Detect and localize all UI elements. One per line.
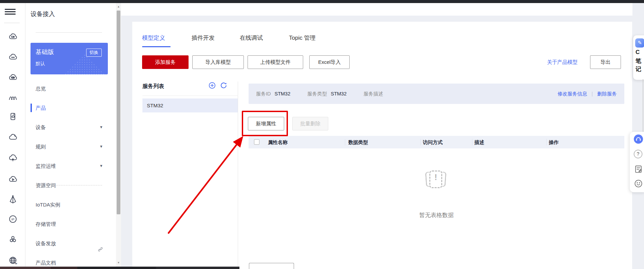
service-sidebar: 设备接入 基础版 切换 默认 总览 产品 设备▼ 规则▼ 监控运维▼ 资源空间 … bbox=[26, 3, 116, 269]
service-list-divider bbox=[142, 95, 238, 96]
tab-online-debugging[interactable]: 在线调试 bbox=[240, 34, 263, 42]
refresh-icon[interactable] bbox=[220, 82, 228, 89]
hex-cluster-icon[interactable] bbox=[8, 235, 18, 244]
edition-title: 基础版 bbox=[36, 48, 54, 56]
sidebar-item-storage[interactable]: 存储管理 bbox=[26, 214, 116, 234]
scrollbar-down-arrow[interactable]: ▼ bbox=[116, 261, 121, 264]
tab-model-definition[interactable]: 模型定义 bbox=[142, 34, 165, 42]
bottom-bar-segment bbox=[51, 267, 77, 269]
service-type-label: 服务类型 bbox=[307, 91, 327, 97]
edition-card[interactable]: 基础版 切换 默认 bbox=[31, 43, 108, 74]
excel-import-button[interactable]: Excel导入 bbox=[309, 55, 350, 69]
bottom-bar-segment bbox=[156, 267, 239, 269]
edition-card-pattern bbox=[64, 54, 105, 74]
sidebar-item-device-provisioning[interactable]: 设备发放 bbox=[26, 234, 116, 253]
active-tab-underline bbox=[142, 46, 171, 47]
ip-circle-icon[interactable]: IP bbox=[8, 214, 18, 224]
empty-table-text: 暂无表格数据 bbox=[386, 211, 487, 219]
column-property-name: 属性名称 bbox=[268, 139, 288, 146]
edition-subtitle: 默认 bbox=[36, 61, 45, 67]
batch-delete-button: 批量删除 bbox=[292, 117, 328, 130]
service-type-value: STM32 bbox=[331, 91, 347, 96]
sidebar-item-rules[interactable]: 规则▼ bbox=[26, 137, 116, 156]
console-header-strip bbox=[121, 3, 632, 16]
console-icon-rail: IP w bbox=[0, 3, 25, 269]
cloud-ellipsis-icon[interactable] bbox=[8, 52, 18, 61]
chevron-down-icon: ▼ bbox=[99, 137, 103, 156]
feedback-doc-icon[interactable] bbox=[634, 164, 643, 174]
prism-icon[interactable] bbox=[8, 195, 18, 204]
column-description: 描述 bbox=[474, 139, 484, 146]
service-id-value: STM32 bbox=[275, 91, 291, 96]
help-floating-widget: ? bbox=[630, 132, 644, 192]
page-scrollbar-sliver bbox=[643, 79, 643, 132]
add-service-button[interactable]: 添加服务 bbox=[142, 55, 189, 69]
cloud-deploy-icon[interactable] bbox=[8, 174, 18, 184]
scrollbar-up-arrow[interactable]: ▲ bbox=[116, 5, 121, 8]
sidebar-scrollbar[interactable]: ▲ ▼ bbox=[116, 3, 121, 269]
svg-text:IP: IP bbox=[12, 218, 15, 221]
product-detail-card: 模型定义 插件开发 在线调试 Topic 管理 添加服务 导入库模型 上传模型文… bbox=[132, 22, 632, 269]
sidebar-divider bbox=[36, 32, 102, 33]
service-id-label: 服务ID bbox=[256, 91, 271, 97]
chevron-down-icon: ▼ bbox=[99, 118, 103, 137]
about-product-model-link[interactable]: 关于产品模型 bbox=[547, 59, 578, 66]
column-access-mode: 访问方式 bbox=[423, 139, 443, 146]
bottom-bar-segment bbox=[77, 267, 156, 269]
bottom-bar-segment bbox=[0, 267, 51, 269]
import-library-model-button[interactable]: 导入库模型 bbox=[192, 55, 244, 69]
partial-cutoff-button[interactable] bbox=[249, 263, 294, 269]
add-property-button[interactable]: 新增属性 bbox=[248, 117, 284, 130]
properties-table-header: 属性名称 数据类型 访问方式 描述 操作 bbox=[249, 136, 624, 148]
link-divider: | bbox=[591, 91, 593, 96]
rail-divider bbox=[4, 23, 20, 23]
tab-plugin-development[interactable]: 插件开发 bbox=[192, 34, 215, 42]
sidebar-item-monitoring[interactable]: 监控运维▼ bbox=[26, 156, 116, 176]
waves-icon[interactable] bbox=[8, 92, 18, 102]
customer-service-icon[interactable] bbox=[634, 134, 643, 144]
menu-dashed-divider bbox=[36, 185, 102, 185]
chevron-down-icon: ▼ bbox=[99, 156, 103, 176]
scrollbar-thumb[interactable] bbox=[117, 11, 120, 214]
modify-service-link[interactable]: 修改服务信息 bbox=[558, 91, 587, 97]
screen: IP w 设备接入 基础版 切换 默认 总览 产品 设备▼ 规则▼ 监控运维▼ … bbox=[0, 0, 644, 269]
column-operation: 操作 bbox=[549, 139, 559, 146]
sidebar-menu: 总览 产品 设备▼ 规则▼ 监控运维▼ 资源空间 IoTDA实例 存储管理 设备… bbox=[26, 79, 116, 269]
cloud-upload-icon[interactable] bbox=[8, 153, 18, 163]
edition-switch-button[interactable]: 切换 bbox=[86, 49, 102, 57]
add-service-plus-icon[interactable] bbox=[208, 82, 216, 89]
sidebar-item-iotda-instances[interactable]: IoTDA实例 bbox=[26, 195, 116, 214]
panel-vertical-divider bbox=[238, 82, 238, 269]
service-desc-label: 服务描述 bbox=[364, 91, 383, 97]
sidebar-title: 设备接入 bbox=[31, 10, 55, 18]
tab-topic-management[interactable]: Topic 管理 bbox=[289, 34, 315, 42]
cloud-storage-icon[interactable] bbox=[8, 72, 18, 82]
help-question-icon[interactable]: ? bbox=[634, 150, 642, 158]
sidebar-item-devices[interactable]: 设备▼ bbox=[26, 118, 116, 137]
empty-table-icon: ! bbox=[425, 170, 447, 190]
smiley-icon[interactable] bbox=[634, 179, 643, 188]
annotation-arrow bbox=[164, 134, 248, 237]
browser-top-bar bbox=[0, 0, 644, 3]
notes-extension-widget[interactable]: ✎ C 笔 记 bbox=[633, 35, 644, 80]
upload-model-file-button[interactable]: 上传模型文件 bbox=[248, 55, 303, 69]
export-button[interactable]: 导出 bbox=[590, 55, 621, 69]
service-info-bar: 服务ID STM32 服务类型 STM32 服务描述 修改服务信息 | 删除服务 bbox=[249, 84, 624, 104]
sidebar-item-overview[interactable]: 总览 bbox=[26, 79, 116, 98]
service-list-title: 服务列表 bbox=[142, 83, 164, 90]
sidebar-item-products[interactable]: 产品 bbox=[26, 98, 116, 118]
column-data-type: 数据类型 bbox=[348, 139, 368, 146]
globe-web-icon[interactable]: w bbox=[8, 256, 18, 265]
cloud-icon[interactable] bbox=[8, 132, 18, 142]
service-list-item-stm32[interactable]: STM32 bbox=[142, 98, 238, 112]
note-pen-icon: ✎ bbox=[635, 38, 644, 48]
device-cloud-icon[interactable] bbox=[8, 112, 18, 121]
hamburger-menu-icon[interactable] bbox=[5, 7, 16, 16]
delete-service-link[interactable]: 删除服务 bbox=[597, 91, 617, 97]
cloud-server-icon[interactable] bbox=[8, 32, 18, 41]
svg-text:w: w bbox=[15, 262, 17, 265]
select-all-checkbox[interactable] bbox=[254, 139, 259, 145]
